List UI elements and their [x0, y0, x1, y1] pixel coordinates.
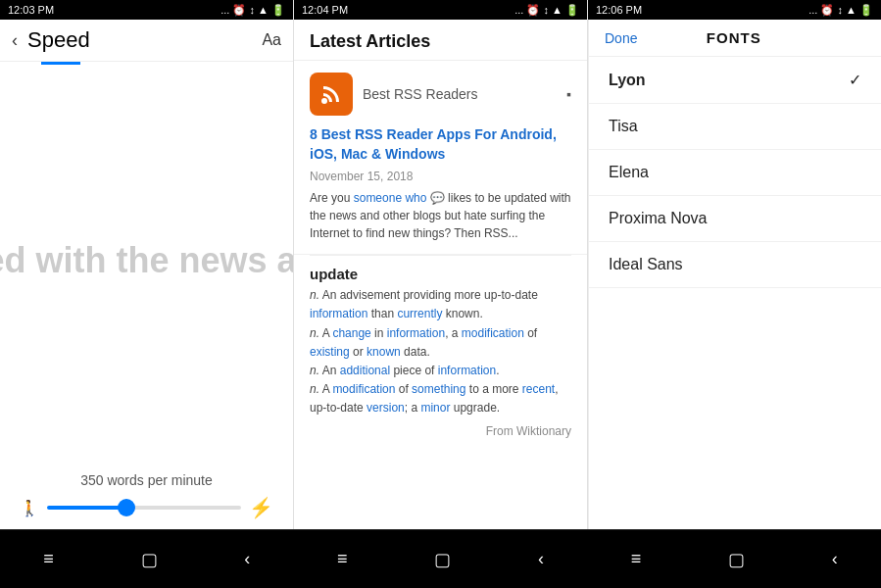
def1-mid: than — [367, 307, 397, 320]
wiktionary-attribution: From Wiktionary — [310, 424, 571, 438]
bottom-back-icon-3[interactable]: ‹ — [832, 549, 838, 569]
bookmark-icon[interactable]: ▪ — [566, 86, 571, 102]
def4-link-version[interactable]: version — [367, 401, 405, 415]
bottom-home-icon-3[interactable]: ▢ — [728, 549, 745, 570]
snippet-emoji: 💬 — [426, 191, 448, 205]
font-item-elena[interactable]: Elena — [589, 150, 881, 196]
status-bar-2: 12:04 PM ... ⏰ ↕ ▲ 🔋 — [294, 0, 587, 20]
def1-link-information[interactable]: information — [310, 307, 367, 320]
def2-link-existing[interactable]: existing — [310, 345, 350, 359]
bottom-menu-icon-1[interactable]: ≡ — [43, 549, 54, 569]
fonts-title: FONTS — [637, 29, 830, 46]
font-name-elena: Elena — [609, 164, 649, 181]
techuntold-panel-wrapper: 12:06 PM ... ⏰ ↕ ▲ 🔋 ‹ ⬆ ♡ ▣ 🗑 Aa ⋮ Tech… — [588, 0, 881, 529]
snippet-link-someone[interactable]: someone who — [354, 191, 427, 205]
definition-4: n. A modification of something to a more… — [310, 380, 571, 417]
def2-d: of — [524, 326, 537, 340]
def2-c: , a — [445, 326, 462, 340]
def4-e: ; a — [405, 401, 421, 415]
word-title: update — [310, 266, 571, 282]
article-snippet: Are you someone who 💬 likes to be update… — [310, 189, 571, 242]
bottom-nav-3: ≡ ▢ ‹ — [587, 529, 881, 588]
back-button-1[interactable]: ‹ — [12, 30, 18, 51]
article-title[interactable]: 8 Best RSS Reader Apps For Android, iOS,… — [310, 125, 571, 164]
bottom-nav-2: ≡ ▢ ‹ — [294, 529, 588, 588]
feed-icon — [310, 73, 353, 116]
font-item-lyon[interactable]: Lyon ✓ — [589, 57, 881, 104]
speed-title: Speed — [27, 27, 262, 53]
def4-f: upgrade. — [450, 401, 500, 415]
svg-point-0 — [321, 98, 327, 104]
def2-f: data. — [401, 345, 430, 359]
preview-text: ated with the news and — [0, 240, 293, 280]
speed-panel: 12:03 PM ... ⏰ ↕ ▲ 🔋 ‹ Speed Aa ated wit… — [0, 0, 294, 529]
def3-b: piece of — [390, 364, 438, 377]
font-name-proxima: Proxima Nova — [609, 210, 707, 227]
status-time-2: 12:04 PM — [302, 4, 348, 16]
fast-runner-icon: ⚡ — [249, 496, 273, 519]
text-preview: ated with the news and — [0, 220, 293, 301]
articles-title: Latest Articles — [310, 31, 571, 52]
bottom-home-icon-1[interactable]: ▢ — [141, 549, 158, 570]
bottom-menu-icon-3[interactable]: ≡ — [631, 549, 642, 569]
snippet-text-before: Are you — [310, 191, 354, 205]
def4-link-minor[interactable]: minor — [420, 401, 450, 415]
def3-link-additional[interactable]: additional — [340, 364, 390, 377]
def3-c: . — [496, 364, 499, 377]
bottom-navigation-bar: ≡ ▢ ‹ ≡ ▢ ‹ ≡ ▢ ‹ — [0, 529, 881, 588]
fonts-overlay: Done FONTS Lyon ✓ Tisa Elena — [588, 20, 881, 529]
font-name-lyon: Lyon — [609, 72, 646, 89]
def4-link-recent[interactable]: recent — [522, 382, 555, 396]
articles-header: Latest Articles — [294, 20, 587, 61]
def2-link-known[interactable]: known — [367, 345, 401, 359]
def4-a: A — [319, 382, 332, 396]
speed-slider-row: 🚶 ⚡ — [20, 496, 273, 519]
def2-link-change[interactable]: change — [332, 326, 370, 340]
def1-link-currently[interactable]: currently — [397, 307, 442, 320]
feed-icon-row: Best RSS Readers ▪ — [310, 73, 571, 116]
font-item-proxima[interactable]: Proxima Nova — [589, 196, 881, 242]
status-icons-3: ... ⏰ ↕ ▲ 🔋 — [808, 4, 873, 17]
font-item-ideal[interactable]: Ideal Sans — [589, 242, 881, 288]
speed-header: ‹ Speed Aa — [0, 20, 293, 62]
bottom-menu-icon-2[interactable]: ≡ — [337, 549, 348, 569]
definition-3: n. An additional piece of information. — [310, 362, 571, 380]
status-icons-2: ... ⏰ ↕ ▲ 🔋 — [514, 4, 579, 17]
font-check-lyon: ✓ — [849, 71, 861, 89]
def4-b: of — [395, 382, 412, 396]
bottom-back-icon-1[interactable]: ‹ — [244, 549, 250, 569]
def1-prefix: An advisement providing more up-to-date — [319, 288, 538, 302]
latest-articles-panel: 12:04 PM ... ⏰ ↕ ▲ 🔋 Latest Articles Bes… — [294, 0, 588, 529]
font-item-tisa[interactable]: Tisa — [589, 104, 881, 150]
feed-name: Best RSS Readers — [363, 86, 478, 102]
speed-label: 350 words per minute — [20, 472, 273, 488]
status-time-1: 12:03 PM — [8, 4, 54, 16]
article-card: Best RSS Readers ▪ 8 Best RSS Reader App… — [294, 61, 587, 255]
def1-suffix: known. — [442, 307, 482, 320]
slow-walker-icon: 🚶 — [20, 499, 39, 517]
fonts-done-button[interactable]: Done — [605, 30, 637, 46]
bottom-back-icon-2[interactable]: ‹ — [538, 549, 544, 569]
bottom-nav-1: ≡ ▢ ‹ — [0, 529, 294, 588]
def4-c: to a more — [465, 382, 521, 396]
font-name-ideal: Ideal Sans — [609, 256, 683, 273]
def2-e: or — [350, 345, 367, 359]
def2-link-information[interactable]: information — [387, 326, 445, 340]
bottom-home-icon-2[interactable]: ▢ — [434, 549, 451, 570]
speed-preview-area: ated with the news and — [0, 65, 293, 457]
speed-slider[interactable] — [47, 506, 241, 510]
def4-link-modification[interactable]: modification — [332, 382, 395, 396]
status-icons-1: ... ⏰ ↕ ▲ 🔋 — [220, 4, 285, 17]
def3-link-information[interactable]: information — [438, 364, 496, 377]
definition-2: n. A change in information, a modificati… — [310, 324, 571, 362]
def3-a: An — [319, 364, 340, 377]
speed-control: 350 words per minute 🚶 ⚡ — [0, 457, 293, 529]
status-bar-1: 12:03 PM ... ⏰ ↕ ▲ 🔋 — [0, 0, 293, 20]
def2-link-modification[interactable]: modification — [462, 326, 524, 340]
word-definition-section: update n. An advisement providing more u… — [294, 256, 587, 447]
font-size-button-1[interactable]: Aa — [262, 31, 281, 49]
fonts-list: Lyon ✓ Tisa Elena Proxima Nova Ideal San… — [589, 57, 881, 529]
font-name-tisa: Tisa — [609, 118, 638, 135]
status-time-3: 12:06 PM — [596, 4, 642, 16]
def4-link-something[interactable]: something — [412, 382, 465, 396]
